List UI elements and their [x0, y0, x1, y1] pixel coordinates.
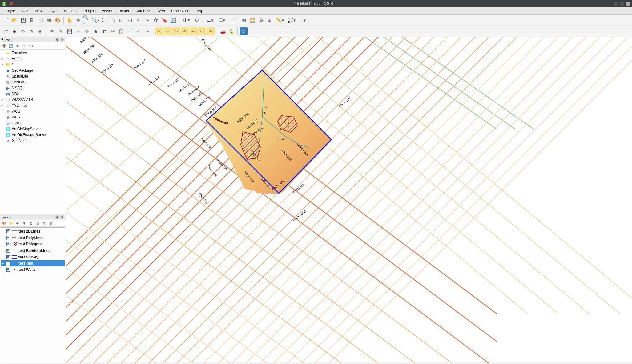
- zoom-selection-button[interactable]: ◱: [117, 16, 125, 24]
- new-spatialite-button[interactable]: ✎: [28, 27, 36, 35]
- browser-collapse-icon[interactable]: ◆: [55, 38, 59, 42]
- pan-selection-button[interactable]: ✥: [74, 16, 82, 24]
- field-calc-button[interactable]: 🧮: [248, 16, 256, 24]
- layout-manager-button[interactable]: 📑: [36, 16, 44, 24]
- browser-item-wms-wmts[interactable]: ▸⊕WMS/WMTS: [0, 97, 66, 103]
- deselect-button[interactable]: ▢: [228, 16, 239, 24]
- browser-item-wfs[interactable]: ⊕WFS: [0, 114, 66, 120]
- layers-close-icon[interactable]: ✕: [60, 215, 64, 219]
- new-project-button[interactable]: 📄: [2, 16, 10, 24]
- move-feature-button[interactable]: ✥: [83, 27, 91, 35]
- browser-item-ows[interactable]: ⊕OWS: [0, 120, 66, 126]
- browser-item-db2[interactable]: ▤DB2: [0, 91, 66, 97]
- browser-item-geopackage[interactable]: ◆GeoPackage: [0, 68, 66, 74]
- cut-button[interactable]: ✂: [109, 27, 117, 35]
- browser-item-geonode[interactable]: ✳GeoNode: [0, 138, 66, 144]
- layer-test-survey[interactable]: test Survey: [1, 254, 65, 260]
- browser-item-arcgisfeatureserver[interactable]: 🌐ArcGisFeatureServer: [0, 132, 66, 138]
- maximize-button[interactable]: [620, 2, 624, 6]
- new-geopackage-button[interactable]: ◆: [10, 27, 18, 35]
- layers-style-icon[interactable]: 🎨: [1, 221, 7, 226]
- open-project-button[interactable]: 📂: [10, 16, 18, 24]
- zoom-last-button[interactable]: ↶: [135, 16, 143, 24]
- label-6-button[interactable]: abc: [198, 27, 206, 35]
- open-data-source-button[interactable]: 🗃: [2, 27, 10, 35]
- layers-collapse-icon2[interactable]: ⇱: [42, 221, 47, 226]
- annotation-button[interactable]: T▾: [298, 16, 309, 24]
- new-virtual-button[interactable]: ◈: [36, 27, 44, 35]
- layer-test-wells[interactable]: •test Wells: [1, 266, 65, 273]
- layers-tree[interactable]: test 2DLines●●●test PolyLinestest Polygo…: [1, 227, 65, 362]
- toggle-edit-button[interactable]: ✎: [57, 27, 65, 35]
- browser-filter-icon[interactable]: ▼: [15, 43, 20, 49]
- zoom-in-button[interactable]: 🔍+: [83, 16, 91, 24]
- map-tips-button[interactable]: 💬▾: [286, 16, 297, 24]
- style-manager-button[interactable]: 🎨: [54, 16, 62, 24]
- add-feature-button[interactable]: •: [74, 27, 82, 35]
- minimize-button[interactable]: [614, 2, 618, 6]
- layers-collapse-icon[interactable]: ◆: [55, 215, 59, 219]
- save-project-button[interactable]: 💾: [19, 16, 27, 24]
- label-4-button[interactable]: abc: [181, 27, 189, 35]
- label-1-button[interactable]: abc: [155, 27, 163, 35]
- save-as-button[interactable]: 🗄: [28, 16, 36, 24]
- select-features-button[interactable]: ▭▾: [205, 16, 216, 24]
- new-shapefile-button[interactable]: ◇: [19, 27, 27, 35]
- browser-add-icon[interactable]: ➕: [1, 43, 7, 49]
- pin-icon[interactable]: 📌: [9, 2, 14, 6]
- action-button[interactable]: ⚙: [193, 16, 201, 24]
- new-map-view-button[interactable]: 🗺: [152, 16, 160, 24]
- menu-edit[interactable]: Edit: [19, 8, 31, 14]
- browser-item-favorites[interactable]: ★Favorites: [0, 50, 66, 56]
- copy-button[interactable]: 📋: [117, 27, 125, 35]
- layers-expr-icon[interactable]: ε: [28, 221, 34, 226]
- refresh-button[interactable]: 🔄: [169, 16, 177, 24]
- delete-button[interactable]: 🗑: [100, 27, 108, 35]
- python-console-button[interactable]: 🐍: [227, 27, 235, 35]
- toolbox-button[interactable]: ⚙: [257, 16, 265, 24]
- layers-expand-icon[interactable]: ⇲: [35, 221, 41, 226]
- browser-item-wcs[interactable]: ⊕WCS: [0, 109, 66, 114]
- label-5-button[interactable]: abc: [190, 27, 198, 35]
- help-button[interactable]: ?: [240, 27, 248, 35]
- layers-add-group-icon[interactable]: 📁: [8, 221, 14, 226]
- plugin-1-button[interactable]: 🚗: [219, 27, 227, 35]
- layer-test-2dlines[interactable]: test 2DLines: [1, 228, 65, 235]
- open-attribute-table-button[interactable]: ▦: [240, 16, 248, 24]
- browser-props-icon[interactable]: ⓘ: [28, 43, 34, 49]
- redo-button[interactable]: ↷: [143, 27, 151, 35]
- edits-button[interactable]: ✏: [48, 27, 56, 35]
- zoom-full-button[interactable]: ⬚: [109, 16, 117, 24]
- browser-item-spatialite[interactable]: ✎SpatiaLite: [0, 74, 66, 79]
- menu-raster[interactable]: Raster: [115, 8, 132, 14]
- layers-filter-icon[interactable]: ▼: [22, 221, 27, 226]
- browser-close-icon[interactable]: ✕: [60, 38, 64, 42]
- browser-item-xyz-tiles[interactable]: ▸⊕XYZ Tiles: [0, 103, 66, 109]
- pan-button[interactable]: ✋: [66, 16, 74, 24]
- label-2-button[interactable]: abc: [164, 27, 172, 35]
- new-bookmark-button[interactable]: 🔖: [160, 16, 168, 24]
- print-layout-button[interactable]: ▦: [45, 16, 53, 24]
- select-value-button[interactable]: ☰▾: [216, 16, 227, 24]
- menu-help[interactable]: Help: [192, 8, 206, 14]
- browser-item-postgis[interactable]: 🐘PostGIS: [0, 79, 66, 85]
- browser-collapse-all-icon[interactable]: ⇲: [22, 43, 27, 49]
- menu-database[interactable]: Database: [132, 8, 154, 14]
- menu-settings[interactable]: Settings: [61, 8, 80, 14]
- menu-layer[interactable]: Layer: [46, 8, 61, 14]
- paste-button[interactable]: 📄: [126, 27, 134, 35]
- stats-button[interactable]: Σ: [266, 16, 274, 24]
- label-3-button[interactable]: abc: [172, 27, 180, 35]
- zoom-out-button[interactable]: 🔍-: [91, 16, 99, 24]
- zoom-layer-button[interactable]: ◰: [126, 16, 134, 24]
- measure-button[interactable]: 📏▾: [274, 16, 285, 24]
- browser-item-arcgismapserver[interactable]: 🌐ArcGisMapServer: [0, 126, 66, 132]
- layer-test-polygons[interactable]: test Polygons: [1, 241, 65, 247]
- node-tool-button[interactable]: ⋔: [91, 27, 99, 35]
- menu-vector[interactable]: Vector: [99, 8, 115, 14]
- browser-item--[interactable]: ▸📁/: [0, 62, 66, 68]
- map-canvas[interactable]: RL_1 RL_2 B08A-021B08A-020B08A-019B08A-0…: [66, 37, 632, 363]
- layer-test-randomlines[interactable]: test RandomLines: [1, 247, 65, 254]
- browser-refresh-icon[interactable]: 🔄: [8, 43, 14, 49]
- zoom-next-button[interactable]: ↷: [143, 16, 151, 24]
